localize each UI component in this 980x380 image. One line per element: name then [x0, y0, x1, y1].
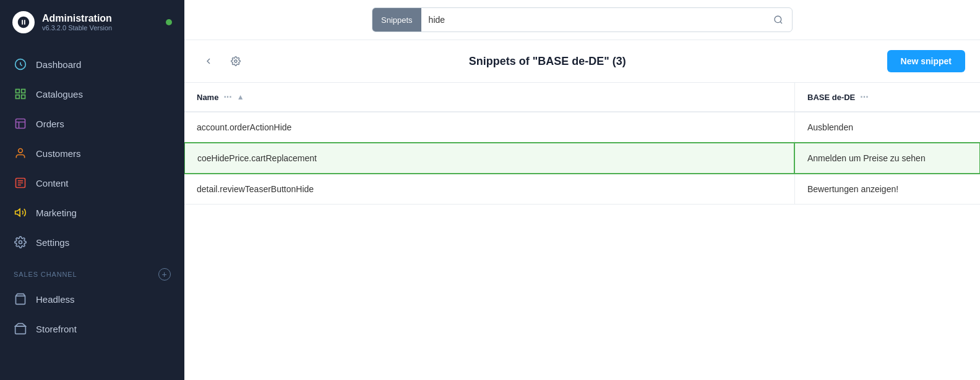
page-title: Snippets of "BASE de-DE" (3)	[217, 55, 879, 68]
sidebar-item-label-content: Content	[36, 178, 69, 188]
sales-channel-label: Sales Channel	[14, 271, 77, 278]
col-locale-label: BASE de-DE	[807, 93, 855, 102]
customers-icon	[14, 146, 27, 160]
svg-rect-5	[16, 119, 25, 129]
sidebar-item-customers[interactable]: Customers	[0, 138, 184, 168]
status-dot	[166, 19, 172, 25]
sidebar-item-headless[interactable]: Headless	[0, 284, 184, 314]
add-sales-channel-button[interactable]: +	[158, 268, 171, 281]
sidebar-item-label-customers: Customers	[36, 148, 81, 159]
topbar: Snippets	[184, 0, 980, 40]
svg-rect-3	[22, 95, 25, 99]
svg-rect-4	[16, 95, 20, 99]
table-row[interactable]: detail.reviewTeaserButtonHide Bewertunge…	[184, 174, 980, 205]
content-header: Snippets of "BASE de-DE" (3) New snippet	[184, 40, 980, 83]
table-row[interactable]: coeHidePrice.cartReplacement Anmelden um…	[184, 143, 980, 174]
svg-point-6	[19, 149, 23, 153]
app-title: Administration	[42, 13, 112, 24]
dashboard-icon	[14, 57, 27, 71]
svg-rect-2	[22, 90, 25, 93]
sidebar-item-marketing[interactable]: Marketing	[0, 198, 184, 227]
sidebar-item-label-settings: Settings	[36, 237, 69, 248]
row-1-name[interactable]: account.orderActionHide	[184, 112, 794, 142]
row-3-value[interactable]: Bewertungen anzeigen!	[794, 174, 980, 204]
col-name-sort[interactable]: ▲	[237, 93, 244, 101]
sidebar-nav: Dashboard Catalogues Orders	[0, 44, 184, 380]
svg-point-12	[775, 16, 781, 23]
row-2-name[interactable]: coeHidePrice.cartReplacement	[184, 142, 795, 174]
row-2-value[interactable]: Anmelden um Preise zu sehen	[794, 142, 980, 174]
headless-icon	[14, 292, 27, 306]
column-name-header: Name ··· ▲	[184, 83, 794, 111]
sidebar-item-storefront[interactable]: Storefront	[0, 314, 184, 344]
sidebar-header: Administration v6.3.2.0 Stable Version	[0, 0, 184, 44]
svg-rect-1	[16, 90, 20, 93]
sidebar-item-label-headless: Headless	[36, 294, 75, 305]
svg-marker-8	[15, 209, 20, 216]
sidebar-item-label-dashboard: Dashboard	[36, 59, 81, 70]
search-button[interactable]	[765, 8, 792, 32]
orders-icon	[14, 117, 27, 130]
app-logo	[12, 11, 35, 33]
table-row[interactable]: account.orderActionHide Ausblenden	[184, 112, 980, 143]
sidebar-item-orders[interactable]: Orders	[0, 109, 184, 138]
main-content: Snippets Snippets of "BASE de-DE" (3) Ne…	[184, 0, 980, 380]
search-input[interactable]	[421, 15, 765, 25]
snippets-table: Name ··· ▲ BASE de-DE ··· account.orderA…	[184, 83, 980, 380]
storefront-icon	[14, 322, 27, 336]
sidebar-item-dashboard[interactable]: Dashboard	[0, 49, 184, 79]
sidebar-item-label-catalogues: Catalogues	[36, 89, 83, 99]
col-name-label: Name	[197, 93, 218, 102]
settings-icon	[14, 235, 27, 249]
col-locale-options[interactable]: ···	[860, 91, 868, 103]
search-bar: Snippets	[372, 7, 793, 32]
marketing-icon	[14, 206, 27, 219]
sidebar-item-label-orders: Orders	[36, 119, 64, 129]
table-header: Name ··· ▲ BASE de-DE ···	[184, 83, 980, 112]
sales-channel-section: Sales Channel +	[0, 257, 184, 284]
catalogues-icon	[14, 87, 27, 101]
sidebar: Administration v6.3.2.0 Stable Version D…	[0, 0, 184, 380]
search-tag[interactable]: Snippets	[372, 8, 421, 32]
col-name-options[interactable]: ···	[223, 91, 231, 103]
sidebar-item-catalogues[interactable]: Catalogues	[0, 79, 184, 109]
column-locale-header: BASE de-DE ···	[794, 83, 980, 111]
svg-point-9	[19, 241, 22, 244]
back-button[interactable]	[199, 52, 218, 70]
content-icon	[14, 176, 27, 190]
sidebar-item-label-storefront: Storefront	[36, 324, 77, 334]
row-1-value[interactable]: Ausblenden	[794, 112, 980, 142]
sidebar-item-label-marketing: Marketing	[36, 208, 77, 218]
sidebar-item-settings[interactable]: Settings	[0, 227, 184, 257]
sidebar-item-content[interactable]: Content	[0, 168, 184, 198]
row-3-name[interactable]: detail.reviewTeaserButtonHide	[184, 174, 794, 204]
svg-rect-11	[15, 326, 26, 334]
app-version: v6.3.2.0 Stable Version	[42, 24, 112, 32]
new-snippet-button[interactable]: New snippet	[887, 50, 965, 72]
app-title-area: Administration v6.3.2.0 Stable Version	[42, 13, 112, 32]
